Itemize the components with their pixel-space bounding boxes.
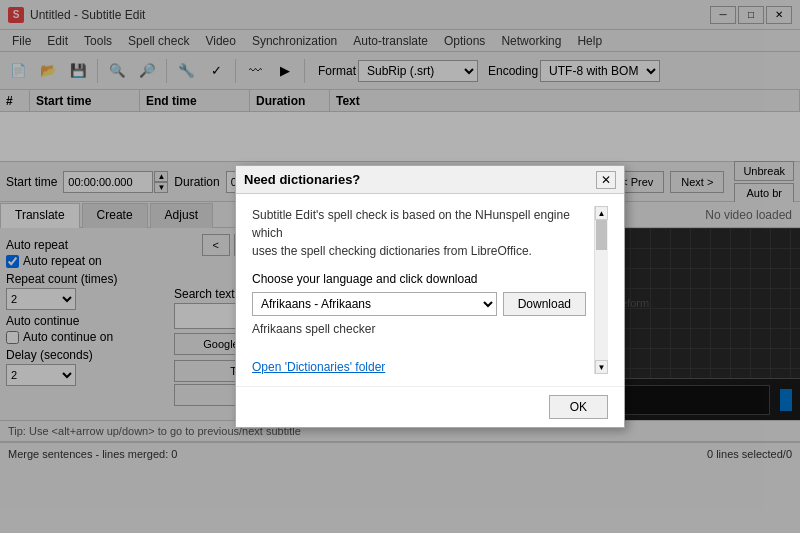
scroll-down-btn[interactable]: ▼ [595,360,608,374]
scroll-up-btn[interactable]: ▲ [595,206,608,220]
modal-body: Subtitle Edit's spell check is based on … [236,194,624,386]
dictionaries-modal: Need dictionaries? ✕ Subtitle Edit's spe… [235,165,625,428]
modal-scrollbar: ▲ ▼ [594,206,608,374]
modal-title-bar: Need dictionaries? ✕ [236,166,624,194]
modal-choose-label: Choose your language and click download [252,272,586,286]
open-folder-link[interactable]: Open 'Dictionaries' folder [252,360,385,374]
language-select[interactable]: Afrikaans - Afrikaans [252,292,497,316]
modal-title: Need dictionaries? [244,172,596,187]
modal-footer: OK [236,386,624,427]
download-button[interactable]: Download [503,292,586,316]
checker-text: Afrikaans spell checker [252,322,586,336]
modal-close-button[interactable]: ✕ [596,171,616,189]
scroll-track [595,220,608,360]
modal-overlay: Need dictionaries? ✕ Subtitle Edit's spe… [0,0,800,533]
modal-dropdown-row: Afrikaans - Afrikaans Download [252,292,586,316]
modal-description: Subtitle Edit's spell check is based on … [252,206,586,260]
ok-button[interactable]: OK [549,395,608,419]
scroll-thumb[interactable] [596,220,607,250]
